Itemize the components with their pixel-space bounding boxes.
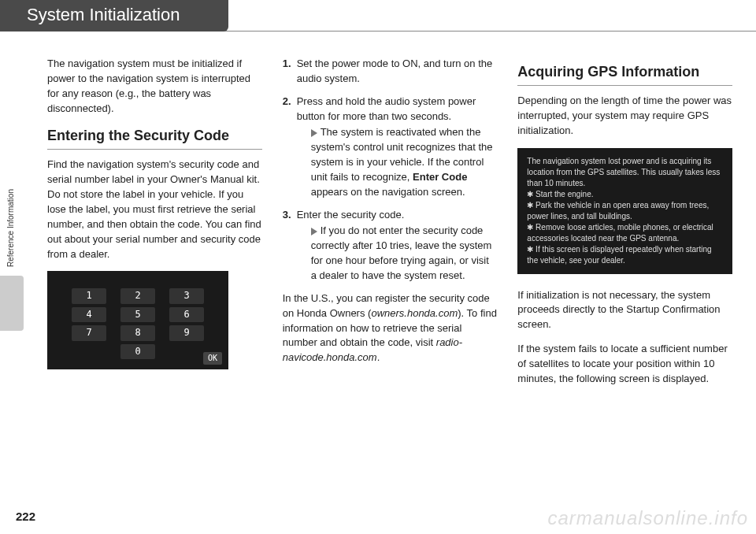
- step-2-sub: The system is reactivated when the syste…: [297, 125, 498, 199]
- p-c: .: [377, 351, 380, 363]
- gps-l4: ✱ Remove loose articles, mobile phones, …: [527, 222, 723, 244]
- step-3-sub: If you do not enter the security code co…: [297, 224, 498, 283]
- keypad-grid: 1 2 3 4 5 6 7 8 9 0: [61, 288, 214, 359]
- steps-list: 1.Set the power mode to ON, and turn on …: [283, 57, 498, 284]
- gps-l3: ✱ Park the vehicle in an open area away …: [527, 200, 723, 222]
- step-3: 3.Enter the security code. If you do not…: [283, 208, 498, 284]
- heading-gps: Acquiring GPS Information: [517, 61, 732, 82]
- gps-p3: If the system fails to locate a sufficie…: [517, 342, 732, 387]
- gps-l1: The navigation system lost power and is …: [527, 156, 723, 189]
- key-5: 5: [120, 307, 155, 322]
- gps-screenshot: The navigation system lost power and is …: [517, 148, 732, 274]
- us-register-paragraph: In the U.S., you can register the securi…: [283, 291, 498, 365]
- column-3: Acquiring GPS Information Depending on t…: [517, 57, 732, 396]
- triangle-icon: [311, 129, 317, 137]
- heading-rule: [47, 149, 262, 150]
- gps-l2: ✱ Start the engine.: [527, 189, 723, 200]
- key-0: 0: [120, 344, 155, 359]
- gps-p1: Depending on the length of time the powe…: [517, 94, 732, 139]
- page-title-bar: System Initialization: [0, 0, 228, 32]
- step-2-text: Press and hold the audio system power bu…: [297, 95, 476, 122]
- side-tab-label: Reference Information: [6, 181, 20, 276]
- key-4: 4: [72, 307, 106, 322]
- step-3-sub-text: If you do not enter the security code co…: [311, 224, 492, 281]
- key-6: 6: [169, 307, 204, 322]
- page-title: System Initialization: [27, 5, 180, 24]
- side-bar: [0, 276, 24, 331]
- heading-rule: [517, 85, 732, 86]
- security-code-paragraph: Find the navigation system's security co…: [47, 158, 262, 261]
- key-8: 8: [120, 325, 155, 340]
- key-7: 7: [72, 325, 106, 340]
- step-2: 2.Press and hold the audio system power …: [283, 95, 498, 200]
- owners-link: owners.honda.com: [371, 307, 458, 319]
- enter-code-bold: Enter Code: [413, 171, 467, 183]
- content-columns: The navigation system must be initialize…: [47, 57, 732, 396]
- key-2: 2: [120, 288, 155, 303]
- keypad-ok: OK: [203, 352, 222, 365]
- step-1: 1.Set the power mode to ON, and turn on …: [283, 57, 498, 87]
- column-1: The navigation system must be initialize…: [47, 57, 262, 396]
- step-3-text: Enter the security code.: [297, 209, 405, 221]
- gps-l5: ✱ If this screen is displayed repeatedly…: [527, 244, 723, 266]
- key-9: 9: [169, 325, 204, 340]
- watermark: carmanualsonline.info: [548, 507, 748, 529]
- page-number: 222: [16, 510, 35, 523]
- intro-paragraph: The navigation system must be initialize…: [47, 57, 262, 116]
- triangle-icon: [311, 228, 317, 235]
- key-1: 1: [72, 288, 106, 303]
- step-2-sub-b: appears on the navigation screen.: [311, 186, 465, 198]
- step-1-text: Set the power mode to ON, and turn on th…: [297, 57, 493, 84]
- gps-p2: If initialization is not necessary, the …: [517, 288, 732, 333]
- key-3: 3: [169, 288, 204, 303]
- heading-entering-code: Entering the Security Code: [47, 125, 262, 146]
- column-2: 1.Set the power mode to ON, and turn on …: [283, 57, 498, 396]
- keypad-screenshot: 1 2 3 4 5 6 7 8 9 0 OK: [47, 271, 228, 369]
